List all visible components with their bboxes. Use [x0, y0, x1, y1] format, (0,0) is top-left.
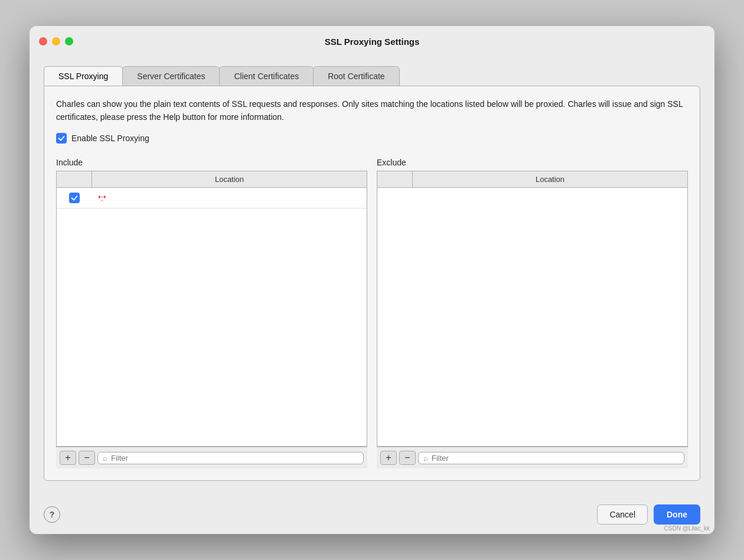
- table-row[interactable]: *:*: [57, 188, 367, 209]
- include-remove-button[interactable]: −: [79, 451, 95, 465]
- exclude-label: Exclude: [377, 158, 688, 167]
- include-toolbar: + − ⌕: [56, 447, 367, 468]
- include-table: Location: [56, 171, 367, 447]
- exclude-col-location: Location: [413, 171, 687, 187]
- row-check-cell: [57, 188, 92, 208]
- include-col-check: [57, 171, 92, 187]
- window-title: SSL Proxying Settings: [325, 37, 420, 47]
- exclude-section: Exclude Location + −: [377, 158, 688, 468]
- exclude-filter-wrapper: ⌕: [418, 452, 684, 464]
- include-table-body: *:*: [57, 188, 367, 446]
- exclude-toolbar: + − ⌕: [377, 447, 688, 468]
- tables-row: Include Location: [56, 158, 688, 468]
- cancel-button[interactable]: Cancel: [597, 504, 648, 525]
- footer: ? Cancel Done: [30, 495, 714, 534]
- exclude-add-button[interactable]: +: [380, 451, 397, 465]
- title-bar: SSL Proxying Settings: [30, 26, 714, 57]
- include-filter-wrapper: ⌕: [97, 452, 364, 464]
- include-col-location: Location: [92, 171, 367, 187]
- include-section: Include Location: [56, 158, 367, 468]
- include-add-button[interactable]: +: [60, 451, 76, 465]
- exclude-table: Location: [377, 171, 688, 447]
- help-button[interactable]: ?: [44, 506, 60, 523]
- tab-server-certificates[interactable]: Server Certificates: [122, 66, 220, 86]
- maximize-button[interactable]: [65, 37, 73, 45]
- done-button[interactable]: Done: [654, 504, 700, 525]
- enable-ssl-checkbox[interactable]: [56, 133, 67, 144]
- watermark: CSDN @Lilac_kk: [664, 525, 710, 532]
- exclude-search-icon: ⌕: [423, 454, 428, 463]
- description-text: Charles can show you the plain text cont…: [56, 98, 688, 123]
- row-location-cell: *:*: [92, 189, 367, 207]
- include-label: Include: [56, 158, 367, 167]
- ssl-proxying-panel: Charles can show you the plain text cont…: [44, 86, 700, 481]
- window-content: SSL Proxying Server Certificates Client …: [30, 57, 714, 495]
- exclude-remove-button[interactable]: −: [399, 451, 416, 465]
- exclude-filter-input[interactable]: [432, 454, 679, 463]
- include-filter-input[interactable]: [111, 454, 358, 463]
- exclude-table-body: [377, 188, 687, 446]
- exclude-col-check: [377, 171, 413, 187]
- close-button[interactable]: [39, 37, 47, 45]
- tab-root-certificate[interactable]: Root Certificate: [313, 66, 399, 86]
- enable-ssl-label: Enable SSL Proxying: [71, 134, 149, 143]
- enable-ssl-row: Enable SSL Proxying: [56, 133, 688, 144]
- tab-bar: SSL Proxying Server Certificates Client …: [44, 66, 700, 86]
- include-search-icon: ⌕: [103, 454, 107, 463]
- tab-client-certificates[interactable]: Client Certificates: [219, 66, 314, 86]
- row-checkbox[interactable]: [69, 193, 80, 203]
- minimize-button[interactable]: [52, 37, 60, 45]
- traffic-lights: [39, 37, 73, 45]
- main-window: SSL Proxying Settings SSL Proxying Serve…: [30, 26, 714, 534]
- footer-actions: Cancel Done: [597, 504, 700, 525]
- exclude-table-header: Location: [377, 171, 687, 188]
- tab-ssl-proxying[interactable]: SSL Proxying: [44, 66, 123, 86]
- include-table-header: Location: [57, 171, 367, 188]
